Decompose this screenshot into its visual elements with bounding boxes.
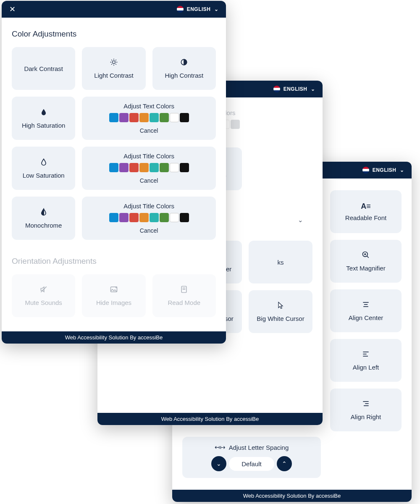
swatch[interactable] [119,113,129,122]
swatch[interactable] [139,163,149,172]
close-icon[interactable]: ✕ [9,5,16,14]
swatch[interactable] [129,163,139,172]
svg-line-38 [116,64,116,65]
swatch[interactable] [150,163,159,172]
chevron-down-icon: ⌄ [298,216,303,224]
card-partial-ks[interactable]: ks [249,241,312,284]
letter-spacing-icon: ↤↦ [215,444,226,451]
contrast-icon [180,58,188,68]
monochrome-button[interactable]: Monochrome [12,197,75,240]
svg-line-37 [111,60,112,60]
swatch[interactable] [231,120,240,129]
low-saturation-button[interactable]: Low Saturation [12,147,75,190]
language-selector[interactable]: ENGLISH ⌄ [273,86,315,92]
high-saturation-button[interactable]: High Saturation [12,97,75,140]
increase-button[interactable]: ⌃ [277,456,292,471]
decrease-button[interactable]: ⌄ [211,456,226,471]
swatch[interactable] [170,113,179,122]
svg-point-32 [113,61,116,64]
swatch[interactable] [109,163,118,172]
swatch[interactable] [119,213,129,222]
font-icon: A≡ [361,202,371,211]
swatch[interactable] [170,213,179,222]
swatch[interactable] [170,163,179,172]
text-magnifier-button[interactable]: Text Magnifier [330,240,402,283]
light-contrast-button[interactable]: Light Contrast [82,47,145,90]
swatch[interactable] [129,213,139,222]
language-label: ENGLISH [284,86,307,92]
dark-contrast-button[interactable]: Dark Contrast [12,47,75,90]
adjust-title-colors-card-2: Adjust Title Colors Cancel [82,197,216,240]
flag-icon [177,6,184,13]
panel-color-adjustments: ✕ ENGLISH ⌄ Color Adjustments Dark Contr… [2,1,226,344]
section-title-color: Color Adjustments [12,29,216,39]
swatch[interactable] [109,213,118,222]
cursor-white-icon [276,301,285,312]
sun-icon [110,58,118,68]
swatch[interactable] [139,213,149,222]
chevron-down-icon: ⌄ [311,86,315,92]
align-center-icon [362,300,370,311]
drop-outline-icon [39,158,48,168]
swatch-row [109,163,189,172]
swatch[interactable] [160,163,169,172]
svg-line-39 [111,64,112,65]
align-left-icon [362,350,370,360]
language-label: ENGLISH [373,167,396,173]
swatch[interactable] [160,113,169,122]
chevron-down-icon: ⌄ [214,6,219,12]
mute-sounds-button[interactable]: Mute Sounds [12,274,75,317]
high-contrast-button[interactable]: High Contrast [152,47,216,90]
flag-icon [362,167,369,173]
swatch[interactable] [139,113,149,122]
readable-font-button[interactable]: A≡ Readable Font [330,190,402,233]
align-left-button[interactable]: Align Left [330,339,402,382]
adjust-title-colors-card: Adjust Title Colors Cancel [82,147,216,190]
stepper-value: Default [229,457,274,471]
cancel-link[interactable]: Cancel [140,177,158,184]
align-center-button[interactable]: Align Center [330,289,402,332]
magnifier-plus-icon [362,251,370,261]
svg-line-1 [367,256,369,258]
swatch[interactable] [119,163,129,172]
language-label: ENGLISH [187,6,211,12]
swatch[interactable] [180,213,189,222]
swatch-row [109,213,189,222]
adjust-text-colors-card: Adjust Text Colors Cancel [82,97,216,140]
cancel-link[interactable]: Cancel [140,127,158,134]
swatch[interactable] [150,113,159,122]
big-white-cursor-button[interactable]: Big White Cursor [249,290,312,333]
mute-icon [39,285,48,296]
section-title-orientation: Orientation Adjustments [12,257,216,266]
align-right-button[interactable]: Align Right [330,388,402,431]
swatch[interactable] [129,113,139,122]
flag-icon [273,86,280,92]
panel-footer: Web Accessibility Solution By accessiBe [97,413,323,425]
swatch[interactable] [109,113,118,122]
chevron-down-icon: ⌄ [400,167,404,173]
swatch-row [109,113,189,122]
swatch[interactable] [160,213,169,222]
document-icon [180,285,188,296]
panel-footer: Web Accessibility Solution By accessiBe [172,490,412,502]
svg-line-40 [116,60,116,60]
adjust-letter-spacing-stepper: ↤↦ Adjust Letter Spacing ⌄ Default ⌃ [182,437,321,478]
image-off-icon [110,285,118,296]
language-selector[interactable]: ENGLISH ⌄ [362,167,404,173]
stepper-title: Adjust Letter Spacing [229,444,289,451]
align-right-icon [362,399,370,410]
drop-filled-icon [39,108,48,118]
panel-footer: Web Accessibility Solution By accessiBe [2,331,226,344]
panel-header: ✕ ENGLISH ⌄ [2,1,226,18]
hide-images-button[interactable]: Hide Images [82,274,145,317]
swatch[interactable] [150,213,159,222]
cancel-link[interactable]: Cancel [140,227,158,234]
language-selector[interactable]: ENGLISH ⌄ [177,6,218,13]
read-mode-button-faded[interactable]: Read Mode [152,274,216,317]
swatch[interactable] [180,163,189,172]
drop-half-icon [39,208,48,218]
swatch[interactable] [180,113,189,122]
